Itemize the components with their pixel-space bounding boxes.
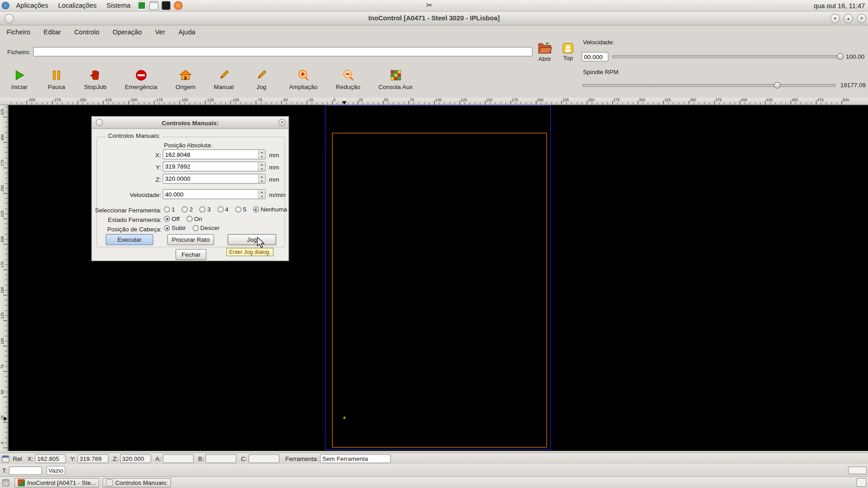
z-input[interactable] <box>163 175 258 182</box>
manual-button[interactable]: Manual <box>214 69 234 90</box>
jog-dialog-button[interactable]: Jog <box>227 234 276 245</box>
menu-ficheiro[interactable]: Ficheiro <box>0 25 37 38</box>
iniciar-button[interactable]: Iniciar <box>10 69 29 90</box>
spindle-slider-track[interactable] <box>582 84 836 87</box>
top-button[interactable]: Top <box>560 42 576 61</box>
file-path-input[interactable] <box>33 47 532 56</box>
menu-editar[interactable]: Editar <box>37 25 68 38</box>
radio-descer[interactable]: Descer <box>193 225 220 231</box>
radio-ferramenta-3[interactable]: 3 <box>199 206 211 213</box>
y-input[interactable] <box>163 163 258 170</box>
procurar-rato-button[interactable]: Procurar Rato <box>167 234 214 245</box>
velocidade-spin-arrows[interactable]: ▲▼ <box>258 190 265 199</box>
menu-operacao[interactable]: Operação <box>106 25 148 38</box>
menu-ajuda[interactable]: Ajuda <box>172 25 202 38</box>
abrir-button[interactable]: Abrir <box>535 42 555 62</box>
radio-on[interactable]: On <box>186 215 202 222</box>
panel-menu-sistema[interactable]: Sistema <box>102 0 136 11</box>
launcher-grid-icon[interactable] <box>137 1 146 10</box>
x-input[interactable] <box>163 151 258 158</box>
ampliacao-button[interactable]: Ampliação <box>289 69 317 90</box>
desktop-panel: Aplicações Localizações Sistema ✂ ▾ qua … <box>0 0 868 12</box>
taskbar-item-inocontrol[interactable]: InoControl [A0471 - Ste... <box>14 478 99 487</box>
z-spin-arrows[interactable]: ▲▼ <box>258 174 265 183</box>
status-y-value: 319.789 <box>77 454 108 463</box>
workspace-switcher[interactable] <box>856 478 866 487</box>
seleccionar-ferramenta-label: Seleccionar Ferramenta: <box>91 207 162 214</box>
spin-down-icon[interactable]: ▼ <box>259 179 265 183</box>
radio-checked-icon[interactable] <box>253 206 259 212</box>
spindle-slider-handle[interactable] <box>774 82 781 89</box>
z-spinbox[interactable]: ▲▼ <box>163 174 266 183</box>
panel-menu-localizacoes[interactable]: Localizações <box>53 0 102 11</box>
menu-controlo[interactable]: Controlo <box>67 25 106 38</box>
radio-ferramenta-1[interactable]: 1 <box>164 206 175 213</box>
radio-checked-icon[interactable] <box>164 225 170 231</box>
reducao-button[interactable]: Redução <box>336 69 360 90</box>
spin-up-icon[interactable]: ▲ <box>259 174 265 179</box>
velocidade-slider-track[interactable] <box>612 55 840 58</box>
scissors-applet-icon[interactable]: ✂ <box>426 1 432 9</box>
origem-label: Origem <box>175 84 195 90</box>
taskbar-item-controlos-manuais[interactable]: Controlos Manuais: <box>103 478 171 487</box>
window-shade-button[interactable]: ▾ <box>830 14 840 23</box>
y-spinbox[interactable]: ▲▼ <box>163 162 266 172</box>
launcher-browser-icon[interactable] <box>174 1 183 10</box>
radio-icon[interactable] <box>182 206 188 212</box>
spin-down-icon[interactable]: ▼ <box>259 194 265 199</box>
pausa-button[interactable]: Pausa <box>47 69 66 90</box>
t-input[interactable] <box>9 466 42 474</box>
launcher-document-icon[interactable] <box>149 1 158 10</box>
stopjob-button[interactable]: StopJob <box>84 69 106 90</box>
radio-off[interactable]: Off <box>164 215 179 222</box>
x-label: X: <box>103 152 161 159</box>
panel-menu-aplicacoes[interactable]: Aplicações <box>11 0 53 11</box>
fechar-button[interactable]: Fechar <box>175 249 207 260</box>
dialog-close-icon[interactable]: ✕ <box>278 119 286 126</box>
velocidade-input[interactable] <box>582 52 609 61</box>
velocidade-dialog-input[interactable] <box>163 191 258 197</box>
window-maximize-button[interactable]: ▴ <box>844 14 853 23</box>
velocidade-slider-handle[interactable] <box>837 53 844 60</box>
spindle-label: Spindle RPM <box>583 69 618 75</box>
spin-up-icon[interactable]: ▲ <box>259 190 265 194</box>
radio-icon[interactable] <box>193 225 198 231</box>
spin-up-icon[interactable]: ▲ <box>259 162 265 167</box>
radio-icon[interactable] <box>186 216 192 222</box>
radio-ferramenta-nenhuma[interactable]: Nenhuma <box>253 206 288 213</box>
radio-ferramenta-4[interactable]: 4 <box>217 206 229 213</box>
jog-button[interactable]: Jog <box>252 69 271 90</box>
radio-icon[interactable] <box>164 206 170 212</box>
window-close-button[interactable]: ✕ <box>857 14 867 23</box>
origem-button[interactable]: Origem <box>175 69 195 90</box>
radio-subir[interactable]: Subir <box>164 225 186 231</box>
radio-ferramenta-5[interactable]: 5 <box>235 206 246 213</box>
resize-grip[interactable] <box>848 466 867 474</box>
rel-label[interactable]: Rel <box>13 455 22 462</box>
x-spin-arrows[interactable]: ▲▼ <box>258 150 265 159</box>
y-spin-arrows[interactable]: ▲▼ <box>258 162 265 171</box>
window-list-icon[interactable] <box>2 479 9 486</box>
radio-icon[interactable] <box>235 206 241 212</box>
clock[interactable]: qua out 16, 11:47 <box>814 2 865 10</box>
emergencia-button[interactable]: Emergência <box>125 69 157 90</box>
window-titlebar[interactable]: InoControl [A0471 - Steel 3020 - IPLisbo… <box>0 12 868 26</box>
spin-down-icon[interactable]: ▼ <box>259 155 265 159</box>
iniciar-label: Iniciar <box>11 84 28 90</box>
dialog-titlebar[interactable]: Controlos Manuais: <box>92 117 288 129</box>
radio-ferramenta-2[interactable]: 2 <box>182 206 193 213</box>
x-spinbox[interactable]: ▲▼ <box>163 150 266 160</box>
dialog-menu-button[interactable] <box>96 119 103 126</box>
velocidade-spinbox[interactable]: ▲▼ <box>163 189 266 199</box>
radio-icon[interactable] <box>217 206 223 212</box>
rel-icon[interactable] <box>2 455 9 462</box>
menu-ver[interactable]: Ver <box>148 25 171 38</box>
radio-icon[interactable] <box>199 206 205 212</box>
consola-aux-button[interactable]: Consola Aux <box>378 69 413 90</box>
executar-button[interactable]: Executar <box>106 234 153 245</box>
radio-checked-icon[interactable] <box>164 216 170 222</box>
spin-down-icon[interactable]: ▼ <box>259 167 265 171</box>
window-menu-button[interactable] <box>5 14 14 23</box>
launcher-terminal-icon[interactable] <box>161 1 170 10</box>
spin-up-icon[interactable]: ▲ <box>259 150 265 155</box>
